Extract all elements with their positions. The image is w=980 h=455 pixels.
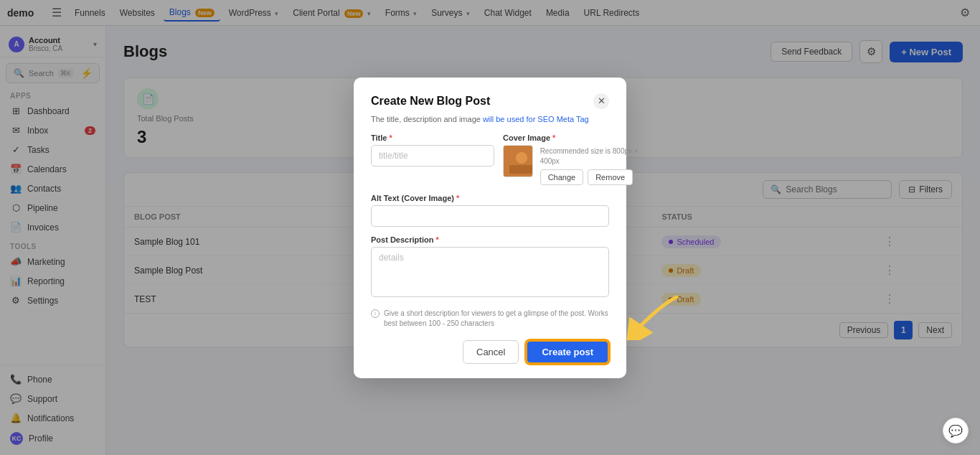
alt-text-input[interactable] [371, 205, 609, 227]
description-group: Post Description * [371, 235, 609, 297]
cover-required: * [552, 133, 555, 142]
modal-close-button[interactable]: ✕ [593, 93, 609, 109]
modal-subtitle: The title, description and image will be… [371, 115, 609, 123]
title-group: Title * [371, 133, 494, 185]
modal-body: Title * Cover Image * [371, 133, 609, 329]
cover-rec-info: Recommended size is 800px × 400px Change… [540, 145, 639, 185]
alt-required: * [456, 194, 459, 202]
cover-btns: Change Remove [540, 169, 639, 185]
chat-bubble-icon: 💬 [948, 424, 963, 438]
cover-image-label: Cover Image * [503, 133, 639, 142]
cover-rec-text: Recommended size is 800px × 400px [540, 146, 639, 166]
remove-cover-button[interactable]: Remove [588, 169, 633, 185]
chat-bubble-button[interactable]: 💬 [943, 418, 969, 444]
hint-row: i Give a short description for viewers t… [371, 309, 609, 329]
cover-thumb-svg [504, 145, 532, 177]
hint-circle-icon: i [371, 309, 380, 318]
cover-image-group: Cover Image * Re [503, 133, 639, 185]
hint-text: Give a short description for viewers to … [384, 309, 609, 329]
alt-text-group: Alt Text (Cover Image) * [371, 194, 609, 227]
description-required: * [435, 235, 438, 244]
modal-title: Create New Blog Post [371, 95, 490, 108]
create-blog-modal: Create New Blog Post ✕ The title, descri… [354, 78, 626, 378]
title-cover-row: Title * Cover Image * [371, 133, 609, 185]
modal-header: Create New Blog Post ✕ [371, 93, 609, 109]
cover-thumbnail [503, 145, 533, 177]
title-label: Title * [371, 133, 494, 142]
title-input[interactable] [371, 145, 494, 166]
description-label: Post Description * [371, 235, 609, 244]
cancel-button[interactable]: Cancel [463, 340, 519, 364]
modal-overlay: Create New Blog Post ✕ The title, descri… [0, 0, 980, 455]
create-post-button[interactable]: Create post [526, 340, 609, 364]
alt-text-label: Alt Text (Cover Image) * [371, 194, 609, 202]
change-cover-button[interactable]: Change [540, 169, 584, 185]
description-textarea[interactable] [371, 247, 609, 297]
arrow-svg [619, 290, 684, 340]
title-required: * [389, 133, 392, 142]
svg-rect-2 [509, 165, 532, 174]
cover-image-preview: Recommended size is 800px × 400px Change… [503, 145, 639, 185]
arrow-annotation [619, 290, 684, 342]
modal-footer: Cancel Create post [371, 340, 609, 364]
svg-point-1 [516, 152, 527, 164]
